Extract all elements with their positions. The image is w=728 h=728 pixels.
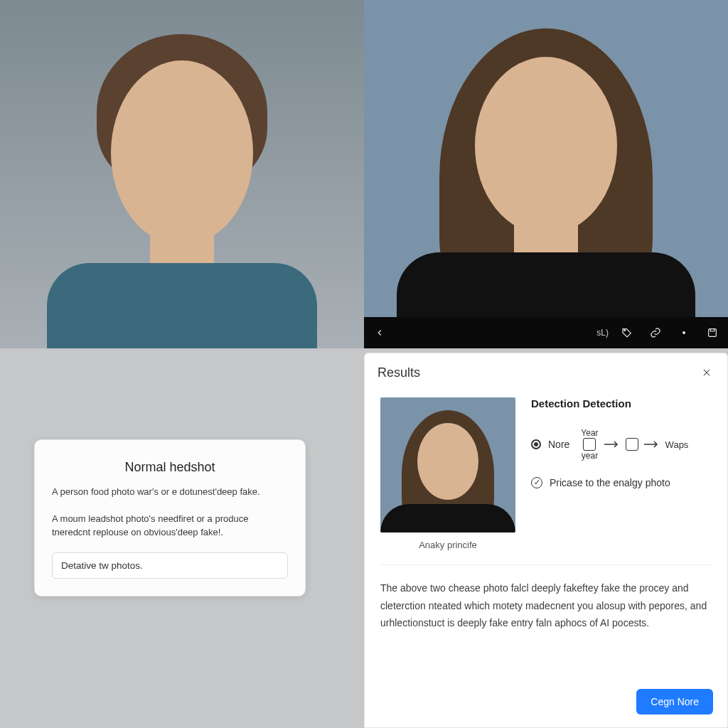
normal-headshot-card: Normal hedshot A person food photo war's… bbox=[34, 439, 306, 596]
results-panel: Results Anaky princife Detection Detecti… bbox=[364, 353, 728, 728]
detection-heading: Detection Detection bbox=[531, 397, 712, 410]
close-icon[interactable] bbox=[699, 365, 714, 380]
toolbar-label: sL) bbox=[596, 328, 609, 338]
check-icon: ✓ bbox=[531, 477, 542, 488]
divider bbox=[380, 564, 712, 565]
link-icon[interactable] bbox=[646, 323, 665, 343]
arrow-icon bbox=[604, 441, 620, 448]
tag-icon[interactable] bbox=[617, 323, 637, 343]
flow-box-start bbox=[583, 438, 596, 451]
option-nore[interactable]: Nore Year year Waps bbox=[531, 428, 712, 461]
option-label: Nore bbox=[548, 439, 569, 450]
svg-rect-2 bbox=[709, 329, 717, 337]
radio-icon bbox=[531, 439, 541, 449]
option-pricase[interactable]: ✓ Pricase to the enalgy photo bbox=[531, 477, 712, 488]
dot-icon[interactable] bbox=[674, 323, 694, 343]
arrow-icon bbox=[644, 441, 660, 448]
card-title: Normal hedshot bbox=[52, 460, 288, 475]
option-label: Pricase to the enalgy photo bbox=[550, 477, 670, 488]
svg-point-1 bbox=[682, 331, 685, 334]
photo-toolbar: sL) bbox=[364, 317, 728, 348]
headshot-left bbox=[0, 0, 364, 348]
flow-end-label: Waps bbox=[665, 439, 689, 450]
card-line-2: A moum leadshot photo's needfiret or a p… bbox=[52, 512, 288, 540]
svg-point-0 bbox=[624, 330, 626, 331]
back-icon[interactable] bbox=[370, 323, 390, 343]
flow-label-top: Year bbox=[581, 428, 598, 438]
results-description: The above two chease photo falcl deeply … bbox=[365, 579, 727, 632]
primary-cta-button[interactable]: Cegn Nore bbox=[636, 689, 713, 714]
result-thumbnail bbox=[380, 397, 515, 532]
card-line-1: A person food photo war's or e dotunest'… bbox=[52, 485, 288, 499]
headshot-right: sL) bbox=[364, 0, 728, 348]
flow-label-bottom: year bbox=[582, 451, 598, 461]
flow-box-mid bbox=[626, 438, 638, 451]
save-icon[interactable] bbox=[702, 323, 722, 343]
results-title: Results bbox=[378, 365, 420, 380]
thumbnail-caption: Anaky princife bbox=[380, 540, 515, 550]
photos-input[interactable]: Detative tw photos. bbox=[52, 552, 288, 579]
